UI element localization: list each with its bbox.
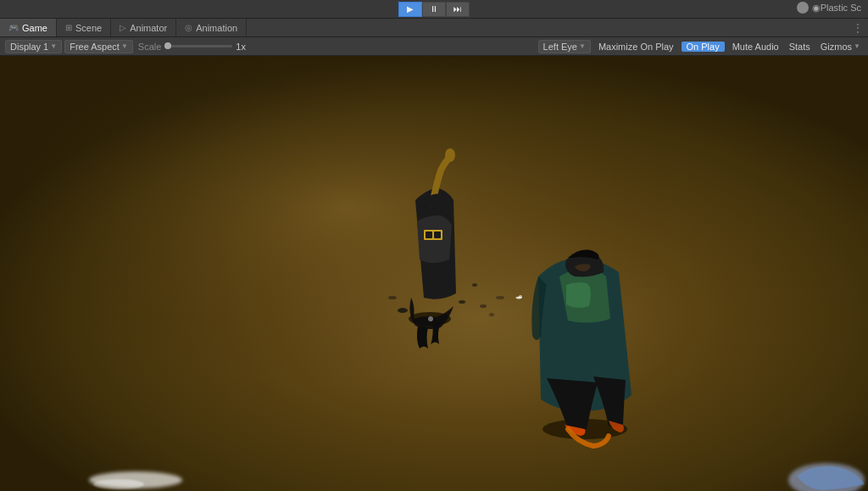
svg-point-17 <box>480 304 487 308</box>
scale-slider[interactable] <box>164 45 232 47</box>
scene-svg <box>0 56 868 491</box>
options-bar: Display 1 ▼ Free Aspect ▼ Scale 1x Left … <box>0 37 868 56</box>
gizmos-dropdown-arrow: ▼ <box>854 42 860 50</box>
svg-point-6 <box>445 148 455 162</box>
step-icon: ⏭ <box>453 4 462 14</box>
playback-controls: ▶ ⏸ ⏭ <box>398 2 470 17</box>
scale-value: 1x <box>236 42 246 52</box>
game-icon: 🎮 <box>8 23 19 32</box>
svg-point-19 <box>496 296 504 299</box>
play-icon: ▶ <box>407 4 414 14</box>
svg-point-7 <box>398 308 408 313</box>
right-options: Left Eye ▼ Maximize On Play On Play Mute… <box>538 40 863 53</box>
animation-icon: ◎ <box>185 23 192 32</box>
eye-dropdown[interactable]: Left Eye ▼ <box>538 40 591 53</box>
svg-point-11 <box>428 316 433 321</box>
tab-more-button[interactable]: ⋮ <box>848 19 868 36</box>
tab-scene-label: Scene <box>75 23 102 33</box>
aspect-dropdown-arrow: ▼ <box>121 42 128 50</box>
plastic-scm-indicator: ◉Plastic Sc <box>797 2 861 14</box>
svg-point-15 <box>93 479 144 489</box>
game-viewport[interactable] <box>0 56 868 491</box>
eye-label: Left Eye <box>543 42 577 52</box>
aspect-label: Free Aspect <box>70 42 120 52</box>
display-group: Display 1 ▼ Free Aspect ▼ <box>5 40 133 53</box>
svg-point-18 <box>489 313 494 316</box>
svg-point-9 <box>472 283 477 287</box>
aspect-dropdown[interactable]: Free Aspect ▼ <box>64 40 133 53</box>
display-dropdown[interactable]: Display 1 ▼ <box>5 40 62 53</box>
scale-label: Scale <box>138 42 162 52</box>
play-button[interactable]: ▶ <box>398 2 422 17</box>
maximize-on-play-label: Maximize On Play <box>598 42 674 52</box>
scale-group: Scale 1x <box>138 42 246 52</box>
svg-point-10 <box>388 296 397 299</box>
gizmos-label: Gizmos <box>821 42 852 52</box>
mute-audio-button[interactable]: Mute Audio <box>730 41 782 53</box>
svg-rect-4 <box>426 232 432 238</box>
tab-scene[interactable]: ⊞ Scene <box>57 19 111 36</box>
pause-icon: ⏸ <box>430 4 438 14</box>
eye-dropdown-arrow: ▼ <box>579 42 586 50</box>
tab-animation[interactable]: ◎ Animation <box>176 19 247 36</box>
plastic-icon <box>797 2 809 14</box>
on-play-label: On Play <box>687 42 720 52</box>
mute-audio-label: Mute Audio <box>732 42 779 52</box>
on-play-badge[interactable]: On Play <box>682 42 725 52</box>
scale-slider-thumb <box>164 42 171 49</box>
tab-game-label: Game <box>22 23 47 33</box>
pause-button[interactable]: ⏸ <box>422 2 446 17</box>
stats-button[interactable]: Stats <box>787 41 813 53</box>
stats-label: Stats <box>789 42 810 52</box>
tab-bar: 🎮 Game ⊞ Scene ▷ Animator ◎ Animation ⋮ <box>0 19 868 37</box>
display-label: Display 1 <box>10 42 48 52</box>
tab-animation-label: Animation <box>196 23 237 33</box>
maximize-on-play-button[interactable]: Maximize On Play <box>596 41 676 53</box>
gizmos-button[interactable]: Gizmos ▼ <box>818 41 863 53</box>
tab-animator-label: Animator <box>130 23 167 33</box>
step-button[interactable]: ⏭ <box>446 2 470 17</box>
top-toolbar: ▶ ⏸ ⏭ ◉Plastic Sc <box>0 0 868 19</box>
display-dropdown-arrow: ▼ <box>50 42 57 50</box>
svg-point-13 <box>519 295 522 299</box>
scene-icon: ⊞ <box>65 23 72 32</box>
game-canvas <box>0 56 868 491</box>
plastic-label: ◉Plastic Sc <box>812 3 861 14</box>
svg-rect-5 <box>434 232 441 238</box>
animator-icon: ▷ <box>120 23 126 32</box>
tab-animator[interactable]: ▷ Animator <box>111 19 176 36</box>
svg-point-8 <box>459 300 465 304</box>
tab-game[interactable]: 🎮 Game <box>0 19 57 36</box>
